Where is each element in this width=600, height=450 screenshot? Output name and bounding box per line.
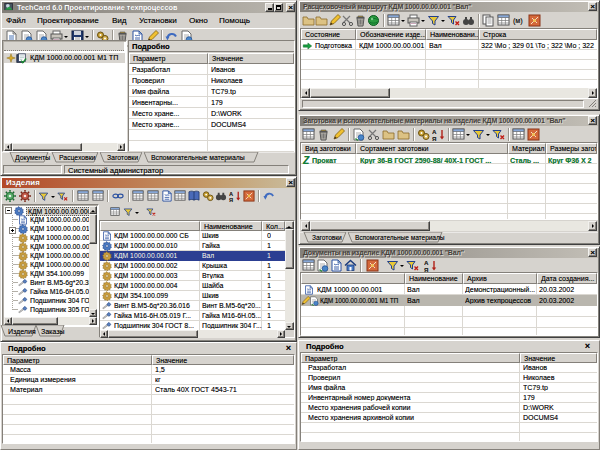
svg-text:Изделия: Изделия: [8, 328, 36, 336]
svg-text:Заготовки: Заготовки: [312, 234, 342, 241]
svg-text:Вспомогательные материалы: Вспомогательные материалы: [151, 154, 245, 162]
svg-text:Расцеховки: Расцеховки: [59, 154, 96, 162]
svg-text:Заказы: Заказы: [41, 328, 64, 335]
svg-text:Документы: Документы: [15, 154, 50, 162]
svg-text:Вспомогательные материалы: Вспомогательные материалы: [355, 234, 445, 242]
svg-text:Заготовки: Заготовки: [107, 154, 138, 161]
